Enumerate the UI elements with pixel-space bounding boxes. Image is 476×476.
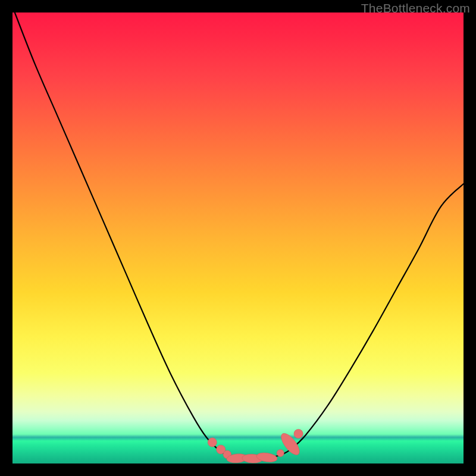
plot-area [12, 12, 464, 464]
curve-marker [294, 429, 303, 438]
watermark-text: TheBottleneck.com [361, 1, 470, 15]
bottleneck-curve [15, 12, 464, 459]
curve-markers [208, 429, 303, 464]
curve-marker [208, 438, 217, 447]
curve-layer [12, 12, 464, 464]
chart-frame: TheBottleneck.com [0, 0, 476, 476]
curve-marker [277, 450, 284, 457]
